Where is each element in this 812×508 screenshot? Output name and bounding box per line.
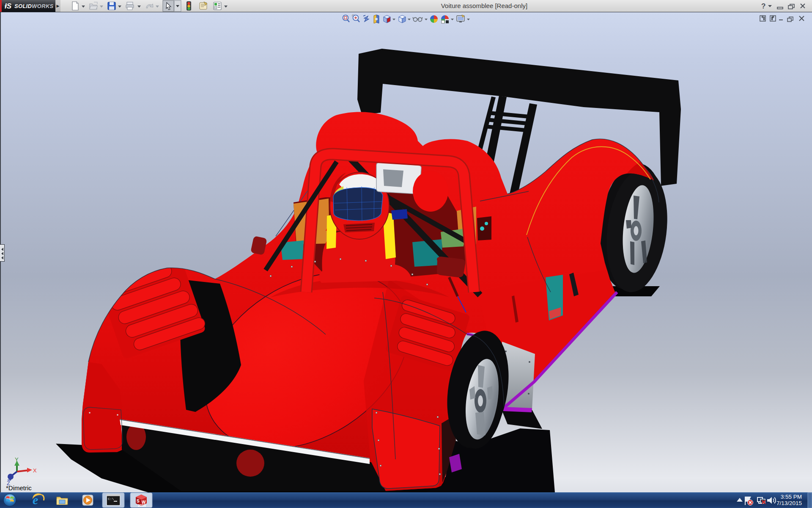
svg-text:ƗS: ƗS: [5, 2, 12, 10]
svg-text:C:\: C:\: [108, 497, 114, 501]
svg-text:Z: Z: [7, 480, 10, 486]
svg-text:7/13/2015: 7/13/2015: [776, 500, 802, 506]
svg-text:X: X: [33, 467, 37, 474]
svg-text:SOLIDWORKS: SOLIDWORKS: [14, 3, 54, 9]
svg-text:S: S: [137, 499, 140, 503]
svg-text:2015: 2015: [138, 503, 146, 508]
svg-text:3:55 PM: 3:55 PM: [781, 494, 802, 500]
svg-text:?: ?: [761, 2, 765, 10]
